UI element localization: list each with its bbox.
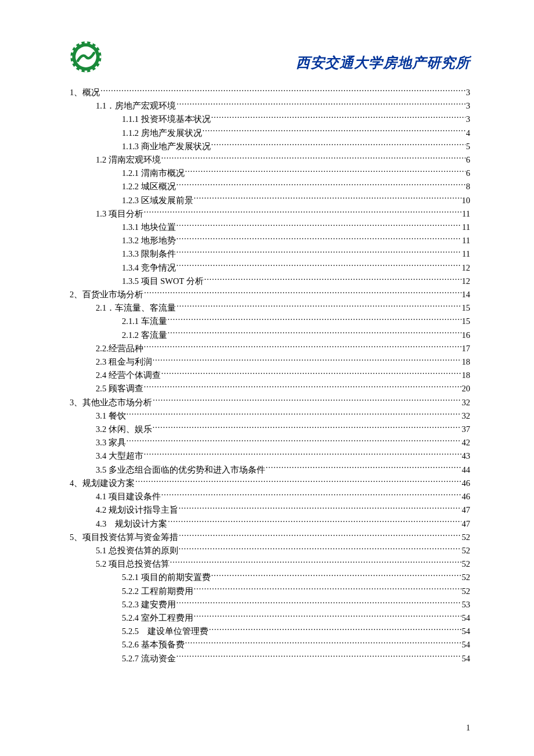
toc-entry[interactable]: 4、规划建设方案46 [70, 477, 470, 490]
toc-entry-page: 17 [462, 342, 471, 355]
toc-entry-label: 5.2.7 流动资金 [122, 652, 176, 665]
toc-entry[interactable]: 1.1.1 投资环境基本状况3 [122, 113, 470, 126]
toc-leader-dots [176, 100, 466, 109]
toc-entry-label: 1.3.4 竞争情况 [122, 261, 176, 275]
toc-entry-label: 1.2.1 渭南市概况 [122, 167, 185, 180]
toc-entry[interactable]: 2.2.经营品种17 [96, 342, 470, 355]
toc-leader-dots [176, 181, 466, 190]
toc-entry-page: 6 [466, 153, 470, 167]
toc-leader-dots [100, 87, 466, 96]
toc-entry[interactable]: 4.3 规划设计方案47 [96, 517, 470, 531]
toc-entry[interactable]: 2.5 顾客调查20 [96, 382, 470, 395]
toc-leader-dots [176, 235, 461, 244]
toc-entry-label: 5.2.3 建安费用 [122, 598, 176, 611]
toc-leader-dots [161, 370, 461, 379]
toc-entry-page: 46 [462, 477, 471, 490]
toc-entry-label: 2.1.2 客流量 [122, 329, 167, 342]
toc-entry[interactable]: 2.4 经营个体调查18 [96, 369, 470, 382]
toc-entry[interactable]: 1.2.3 区域发展前景10 [122, 194, 470, 207]
toc-entry-page: 54 [462, 611, 471, 625]
toc-entry-label: 1.1.2 房地产发展状况 [122, 127, 202, 140]
toc-entry-label: 1.1.1 投资环境基本状况 [122, 113, 211, 126]
toc-entry-page: 15 [462, 301, 471, 315]
toc-entry-label: 5.2.4 室外工程费用 [122, 611, 193, 625]
toc-entry-label: 4、规划建设方案 [70, 477, 135, 490]
toc-leader-dots [209, 626, 461, 635]
toc-entry[interactable]: 3.4 大型超市43 [96, 449, 470, 463]
toc-entry[interactable]: 5.2.2 工程前期费用52 [122, 585, 470, 598]
toc-entry[interactable]: 2.1.1 车流量15 [122, 315, 470, 328]
toc-entry[interactable]: 5.1 总投资估算的原则52 [96, 544, 470, 557]
toc-entry[interactable]: 2.3 租金与利润18 [96, 355, 470, 369]
table-of-contents: 1、概况31.1．房地产宏观环境31.1.1 投资环境基本状况31.1.2 房地… [70, 86, 470, 665]
toc-entry-label: 1.3 项目分析 [96, 207, 143, 221]
toc-leader-dots [185, 639, 461, 648]
toc-entry[interactable]: 4.2 规划设计指导主旨47 [96, 503, 470, 517]
svg-rect-2 [85, 41, 87, 43]
toc-entry[interactable]: 1.3.1 地块位置11 [122, 221, 470, 234]
toc-entry-label: 5.2 项目总投资估算 [96, 557, 169, 571]
toc-entry[interactable]: 1.3.5 项目 SWOT 分析12 [122, 275, 470, 288]
toc-entry[interactable]: 5、项目投资估算与资金筹措52 [70, 531, 470, 544]
toc-entry[interactable]: 5.2.1 项目的前期安置费52 [122, 571, 470, 584]
toc-entry-label: 2.3 租金与利润 [96, 355, 152, 369]
toc-entry-label: 2.1．车流量、客流量 [96, 301, 176, 315]
toc-entry[interactable]: 1、概况3 [70, 86, 470, 99]
toc-leader-dots [179, 531, 461, 540]
toc-entry[interactable]: 5.2.7 流动资金54 [122, 652, 470, 665]
toc-leader-dots [194, 585, 461, 594]
toc-leader-dots [170, 559, 461, 567]
toc-entry[interactable]: 1.1．房地产宏观环境3 [96, 99, 470, 113]
toc-entry[interactable]: 5.2 项目总投资估算52 [96, 557, 470, 571]
toc-leader-dots [144, 343, 461, 351]
toc-entry-page: 52 [462, 544, 471, 557]
toc-entry-label: 3.3 家具 [96, 436, 126, 449]
toc-entry[interactable]: 3.3 家具42 [96, 436, 470, 449]
toc-entry-page: 42 [462, 436, 471, 449]
toc-entry[interactable]: 1.3.4 竞争情况12 [122, 261, 470, 275]
toc-entry-label: 1.1．房地产宏观环境 [96, 99, 176, 113]
toc-entry[interactable]: 1.3.2 地形地势11 [122, 234, 470, 247]
toc-leader-dots [179, 505, 461, 513]
toc-entry[interactable]: 1.1.3 商业地产发展状况5 [122, 140, 470, 153]
toc-entry-page: 52 [462, 531, 471, 544]
toc-leader-dots [144, 289, 461, 298]
toc-entry[interactable]: 4.1 项目建设条件46 [96, 490, 470, 503]
toc-leader-dots [127, 437, 461, 446]
toc-entry[interactable]: 5.2.6 基本预备费54 [122, 638, 470, 651]
toc-entry-label: 1.3.2 地形地势 [122, 234, 176, 247]
toc-entry-label: 5.1 总投资估算的原则 [96, 544, 178, 557]
toc-entry[interactable]: 1.1.2 房地产发展状况4 [122, 127, 470, 140]
toc-entry[interactable]: 5.2.3 建安费用53 [122, 598, 470, 611]
toc-entry-label: 2.2.经营品种 [96, 342, 143, 355]
toc-leader-dots [135, 477, 461, 486]
toc-leader-dots [179, 545, 461, 553]
toc-entry-page: 52 [462, 571, 471, 584]
toc-leader-dots [211, 141, 466, 149]
toc-leader-dots [211, 114, 466, 123]
toc-entry-page: 52 [462, 557, 471, 571]
toc-entry[interactable]: 3.2 休闲、娱乐37 [96, 423, 470, 436]
toc-entry[interactable]: 5.2.5 建设单位管理费54 [122, 625, 470, 638]
toc-entry[interactable]: 2.1．车流量、客流量15 [96, 301, 470, 315]
toc-entry-page: 4 [466, 127, 470, 140]
toc-entry-label: 1.2.3 区域发展前景 [122, 194, 193, 207]
toc-entry[interactable]: 1.3 项目分析11 [96, 207, 470, 221]
toc-entry[interactable]: 5.2.4 室外工程费用54 [122, 611, 470, 625]
toc-entry[interactable]: 3、其他业态市场分析32 [70, 396, 470, 409]
toc-entry[interactable]: 3.1 餐饮32 [96, 409, 470, 423]
toc-leader-dots [194, 612, 461, 621]
toc-entry-page: 18 [462, 355, 471, 369]
toc-entry-label: 4.2 规划设计指导主旨 [96, 503, 178, 517]
toc-entry[interactable]: 1.2 渭南宏观环境6 [96, 153, 470, 167]
toc-entry-page: 54 [462, 638, 471, 651]
toc-entry[interactable]: 1.3.3 限制条件11 [122, 247, 470, 261]
toc-entry-label: 4.1 项目建设条件 [96, 490, 161, 503]
toc-entry-page: 32 [462, 396, 471, 409]
toc-entry[interactable]: 2.1.2 客流量16 [122, 329, 470, 342]
toc-entry[interactable]: 2、百货业市场分析14 [70, 288, 470, 301]
toc-entry[interactable]: 1.2.2 城区概况8 [122, 180, 470, 193]
toc-entry[interactable]: 3.5 多业态组合面临的优劣势和进入市场条件44 [96, 463, 470, 477]
toc-entry[interactable]: 1.2.1 渭南市概况6 [122, 167, 470, 180]
toc-entry-page: 8 [466, 180, 470, 193]
